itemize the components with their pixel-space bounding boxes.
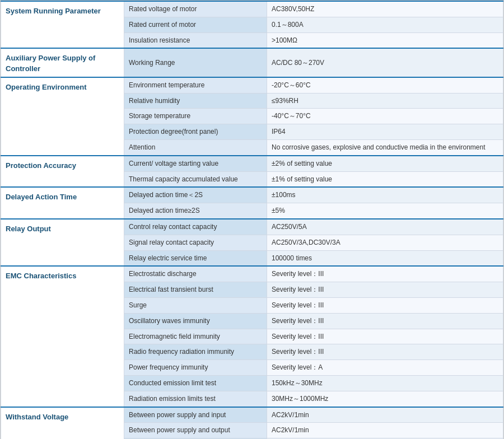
- value-cell: ±100ms: [267, 187, 503, 203]
- value-cell: ≤93%RH: [267, 93, 503, 109]
- param-cell: Control relay contact capacity: [124, 219, 267, 235]
- value-cell: Severity level：III: [267, 297, 503, 313]
- param-cell: Signal relay contact capacity: [124, 235, 267, 250]
- table-row: Auxiliary Power Supply of ControllerWork…: [1, 48, 503, 77]
- param-cell: Working Range: [124, 48, 267, 77]
- param-cell: Surge: [124, 297, 267, 313]
- param-cell: Conducted emission limit test: [124, 375, 267, 391]
- param-cell: Protection degree(front panel): [124, 124, 267, 140]
- table-row: Withstand VoltageBetween power supply an…: [1, 407, 503, 423]
- value-cell: AC250V/3A,DC30V/3A: [267, 235, 503, 250]
- category-cell: Withstand Voltage: [1, 407, 124, 440]
- value-cell: Severity level：III: [267, 329, 503, 344]
- specs-table-container: System Running ParameterRated voltage of…: [0, 0, 504, 439]
- value-cell: Severity level：III: [267, 266, 503, 282]
- category-cell: Auxiliary Power Supply of Controller: [1, 48, 124, 77]
- param-cell: Storage temperature: [124, 109, 267, 124]
- value-cell: AC2kV/1min: [267, 423, 503, 438]
- category-cell: Delayed Action Time: [1, 187, 124, 219]
- value-cell: No corrosive gases, explosive and conduc…: [267, 139, 503, 155]
- table-row: EMC CharacteristicsElectrostatic dischar…: [1, 266, 503, 282]
- table-row: Operating EnvironmentEnvironment tempera…: [1, 77, 503, 93]
- param-cell: Rated voltage of motor: [124, 1, 267, 17]
- value-cell: Severity level：III: [267, 344, 503, 360]
- value-cell: 150kHz～30MHz: [267, 375, 503, 391]
- param-cell: Relative humidity: [124, 93, 267, 109]
- param-cell: Electromagnetic field immunity: [124, 329, 267, 344]
- param-cell: Delayed action time≥2S: [124, 203, 267, 219]
- specs-table: System Running ParameterRated voltage of…: [1, 1, 503, 439]
- table-row: Protection AccuracyCurrent/ voltage star…: [1, 156, 503, 171]
- category-cell: Relay Output: [1, 219, 124, 266]
- value-cell: Severity level：III: [267, 313, 503, 329]
- param-cell: Between power supply and input: [124, 407, 267, 423]
- category-cell: System Running Parameter: [1, 1, 124, 48]
- param-cell: Oscillatory waves immunity: [124, 313, 267, 329]
- param-cell: Rated current of motor: [124, 17, 267, 32]
- value-cell: AC/DC 80～270V: [267, 48, 503, 77]
- value-cell: AC380V,50HZ: [267, 1, 503, 17]
- param-cell: Between power supply and output: [124, 423, 267, 438]
- value-cell: 30MHz～1000MHz: [267, 391, 503, 407]
- value-cell: ±5%: [267, 203, 503, 219]
- category-cell: Protection Accuracy: [1, 156, 124, 188]
- param-cell: Electrical fast transient burst: [124, 282, 267, 298]
- category-cell: EMC Characteristics: [1, 266, 124, 407]
- param-cell: Radiation emission limits test: [124, 391, 267, 407]
- value-cell: 100000 times: [267, 250, 503, 266]
- value-cell: ±1% of setting value: [267, 171, 503, 187]
- value-cell: -40°C～70°C: [267, 109, 503, 124]
- value-cell: -20°C～60°C: [267, 77, 503, 93]
- value-cell: 0.1～800A: [267, 17, 503, 32]
- value-cell: Severity level：A: [267, 360, 503, 376]
- param-cell: Current/ voltage starting value: [124, 156, 267, 171]
- value-cell: AC2kV/1min: [267, 407, 503, 423]
- param-cell: Electrostatic discharge: [124, 266, 267, 282]
- param-cell: Thermal capacity accumulated value: [124, 171, 267, 187]
- value-cell: Severity level：III: [267, 282, 503, 298]
- param-cell: Relay electric service time: [124, 250, 267, 266]
- param-cell: Radio frequency radiation immunity: [124, 344, 267, 360]
- value-cell: IP64: [267, 124, 503, 140]
- param-cell: Insulation resistance: [124, 32, 267, 48]
- param-cell: Power frequency immunity: [124, 360, 267, 376]
- category-cell: Operating Environment: [1, 77, 124, 156]
- table-row: Delayed Action TimeDelayed action time＜2…: [1, 187, 503, 203]
- param-cell: Attention: [124, 139, 267, 155]
- table-row: Relay OutputControl relay contact capaci…: [1, 219, 503, 235]
- value-cell: ±2% of setting value: [267, 156, 503, 171]
- table-row: System Running ParameterRated voltage of…: [1, 1, 503, 17]
- value-cell: AC250V/5A: [267, 219, 503, 235]
- value-cell: >100MΩ: [267, 32, 503, 48]
- param-cell: Environment temperature: [124, 77, 267, 93]
- param-cell: Delayed action time＜2S: [124, 187, 267, 203]
